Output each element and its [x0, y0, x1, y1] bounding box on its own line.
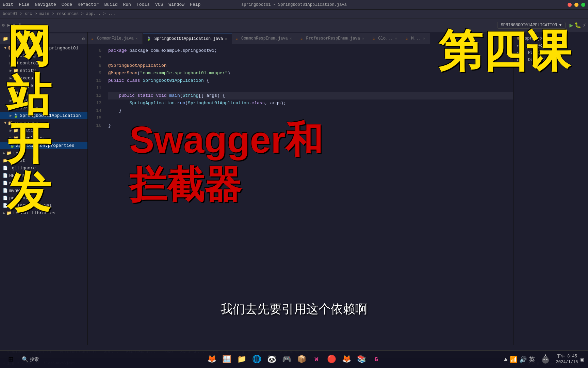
taskbar-app-2[interactable]: 🪟	[220, 353, 233, 366]
taskbar-app-12[interactable]: G	[370, 353, 383, 366]
tree-item-libraries[interactable]: ▶ 📁 ternal Libraries	[0, 209, 87, 217]
arrow-right-icon-6: ▶	[10, 91, 12, 96]
tree-item-package[interactable]: ▼ 📦 com.example.springboot01	[0, 44, 87, 52]
mvnw-cmd-label: mvnw.cmd	[9, 188, 30, 193]
tree-item-help[interactable]: 📄 HELP.md	[0, 172, 87, 179]
menu-window[interactable]: Window	[168, 2, 184, 7]
tray-sound-icon[interactable]: 🔊	[519, 356, 527, 363]
folder-icon-2: 📁	[13, 61, 18, 66]
coverage-button[interactable]: ⚡	[583, 22, 586, 29]
taskbar-app-9[interactable]: 🔴	[325, 353, 338, 366]
tree-item-mapper[interactable]: ▶ 📁 mapper	[0, 82, 87, 89]
menu-edit[interactable]: Edit	[3, 2, 13, 7]
maven-dependencies[interactable]: ▶ 📚 Dependencies	[515, 56, 587, 63]
tree-item-main-class[interactable]: ▶ 🍃 Springboot01Application	[0, 112, 87, 119]
tab-glo[interactable]: ☕ Glo... ✕	[369, 33, 402, 44]
start-button[interactable]: ⊞	[4, 353, 18, 366]
menu-help[interactable]: Help	[190, 2, 200, 7]
plugins-label: Plugins	[528, 50, 545, 55]
close-button[interactable]	[568, 3, 572, 7]
tree-item-mvnw-cmd[interactable]: 📄 mvnw.cmd	[0, 187, 87, 194]
tree-item-iml[interactable]: 📄 springboot01.iml	[0, 202, 87, 209]
dependencies-label: Dependencies	[528, 58, 557, 62]
file-icon-git: 📄	[3, 166, 8, 171]
tree-item-resources[interactable]: ▼ 📁 resources	[0, 119, 87, 127]
tab-professorrespenum[interactable]: ☕ ProfessorRespEnum.java ✕	[297, 33, 369, 44]
menu-build[interactable]: Build	[104, 2, 118, 7]
folder-icon-6: 📁	[13, 91, 18, 96]
project-dropdown[interactable]: ▼	[33, 37, 35, 41]
taskbar-app-6[interactable]: 🎮	[280, 353, 293, 366]
tab-springboot-app[interactable]: 🍃 Springboot01Application.java ✕	[143, 33, 232, 44]
tree-item-req[interactable]: ▶ 📁 req	[0, 89, 87, 97]
taskbar-app-8[interactable]: W	[310, 353, 323, 366]
maven-plugins[interactable]: ▶ 🔧 Plugins	[515, 49, 587, 56]
tree-item-execs[interactable]: ▶ 📁 execs	[0, 74, 87, 82]
tab4-close[interactable]: ✕	[362, 36, 364, 41]
menu-tools[interactable]: Tools	[136, 2, 150, 7]
menu-refactor[interactable]: Refactor	[78, 2, 99, 7]
execs-label: execs	[20, 76, 33, 81]
debug-button[interactable]: 🐛	[574, 22, 581, 29]
search-bar[interactable]: 🔍 搜索	[19, 353, 42, 366]
taskbar-app-11[interactable]: 📚	[355, 353, 368, 366]
tree-item-controller[interactable]: ▶ 📁 controller	[0, 59, 87, 67]
menu-navigate[interactable]: Navigate	[35, 2, 56, 7]
tree-item-mvnw[interactable]: 📄 mvnw	[0, 179, 87, 187]
menu-code[interactable]: Code	[62, 2, 72, 7]
test-label: test	[13, 151, 23, 156]
editor-area[interactable]: ☕ CommonFile.java ✕ 🍃 Springboot01Applic…	[88, 32, 513, 345]
tab1-close[interactable]: ✕	[136, 36, 138, 41]
tree-item-static[interactable]: ▶ 📁 static	[0, 127, 87, 134]
file-icon-mvnw-cmd: 📄	[3, 188, 8, 193]
folder-icon: 📁	[13, 53, 18, 58]
tree-item-resp[interactable]: ▶ 📁 resp	[0, 97, 87, 104]
tray-network-icon[interactable]: 📶	[510, 356, 517, 363]
minimize-button[interactable]	[574, 3, 578, 7]
taskbar-app-3[interactable]: 📁	[235, 353, 248, 366]
tree-item-service[interactable]: ▶ 📁 service	[0, 104, 87, 112]
tab3-label: CommonRespEnum.java	[241, 36, 288, 41]
tree-item-config[interactable]: ▶ 📁 config	[0, 52, 87, 59]
tree-item-target[interactable]: 📁 target	[0, 157, 87, 164]
tree-item-entity[interactable]: ▶ 📁 entity	[0, 67, 87, 74]
tab2-close[interactable]: ✕	[225, 37, 227, 41]
tree-item-properties[interactable]: 🍃 application.properties	[0, 142, 87, 149]
maven-lifecycle[interactable]: ▶ ⚙ Lifecycle	[515, 42, 587, 49]
tab5-close[interactable]: ✕	[395, 36, 397, 41]
code-editor[interactable]: 6 7 8 9 10 11 12 13 14 15 16 package pac…	[88, 44, 513, 345]
tab3-close[interactable]: ✕	[290, 36, 292, 41]
tab-m[interactable]: ☕ M... ✕	[402, 33, 430, 44]
taskbar-app-4[interactable]: 🌐	[250, 353, 263, 366]
tab-commonfile[interactable]: ☕ CommonFile.java ✕	[88, 33, 143, 44]
code-line-16	[108, 129, 513, 137]
show-desktop-button[interactable]: ▣	[581, 356, 584, 363]
maximize-button[interactable]	[581, 3, 585, 7]
deps-icon: 📚	[520, 57, 525, 62]
tab-commonrespenum[interactable]: ☕ CommonRespEnum.java ✕	[232, 33, 297, 44]
project-header[interactable]: 📁 Project ▼ ⚙	[0, 33, 87, 44]
tab6-close[interactable]: ✕	[423, 36, 425, 41]
folder-open-icon: ▼	[4, 46, 6, 50]
maven-icon: 📦	[517, 36, 522, 41]
tray-up-icon[interactable]: ▲	[504, 356, 508, 363]
taskbar-app-5[interactable]: 🐼	[265, 353, 278, 366]
tray-lang-icon[interactable]: 英	[529, 355, 535, 364]
menu-file[interactable]: File	[19, 2, 29, 7]
tree-item-pom[interactable]: 📄 pom.xml	[0, 194, 87, 202]
gear-icon[interactable]: ⚙	[82, 36, 85, 42]
taskbar-app-1[interactable]: 🦊	[205, 353, 218, 366]
java-icon-tab1: ☕	[91, 36, 94, 41]
tree-item-test[interactable]: ▶ 📁 test	[0, 149, 87, 157]
taskbar-app-10[interactable]: 🦊	[340, 353, 353, 366]
taskbar-app-7[interactable]: 📦	[295, 353, 308, 366]
run-config-selector[interactable]: SPRINGBOOT01APPLICATION ▼	[497, 22, 566, 29]
menu-run[interactable]: Run	[123, 2, 131, 7]
maven-root[interactable]: 📦 springboot01	[515, 35, 587, 42]
code-text[interactable]: package package com.example.springboot01…	[104, 44, 513, 345]
menu-vcs[interactable]: VCS	[155, 2, 163, 7]
tree-item-gitignore[interactable]: 📄 .gitignore	[0, 164, 87, 172]
system-tray: ▲ 📶 🔊 英	[504, 355, 535, 364]
tree-item-templates[interactable]: ▶ 📁 templates	[0, 134, 87, 142]
run-button[interactable]: ▶	[570, 21, 573, 29]
